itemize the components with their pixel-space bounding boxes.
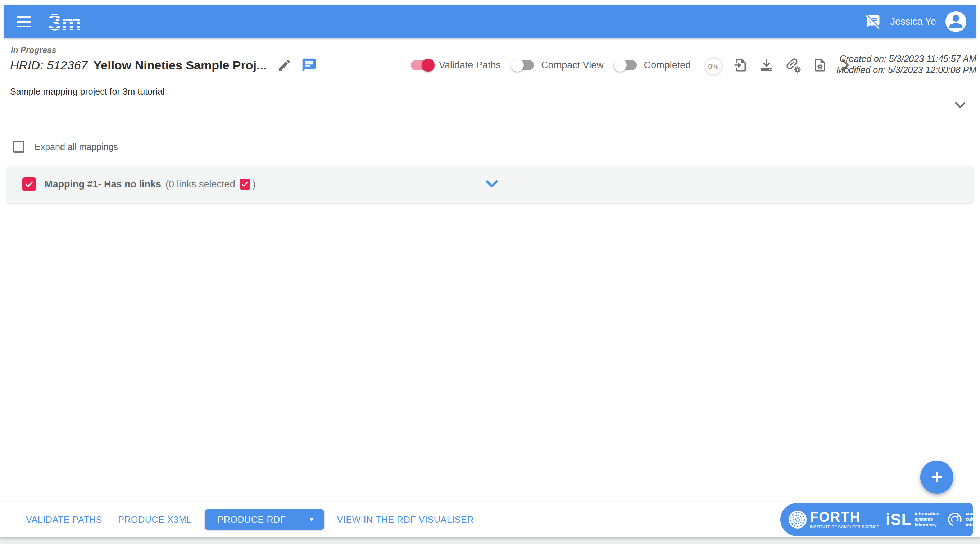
bottom-action-bar: VALIDATE PATHS PRODUCE X3ML PRODUCE RDF …	[0, 502, 980, 537]
project-dates: Created on: 5/3/2023 11:45:57 AM Modifie…	[837, 53, 977, 76]
progress-value: 0%	[708, 63, 719, 71]
project-actions	[733, 56, 852, 75]
expand-all-row: Expand all mappings	[13, 141, 118, 153]
menu-icon[interactable]	[17, 16, 31, 27]
file-settings-icon[interactable]	[812, 57, 827, 73]
modified-on: Modified on: 5/3/2023 12:00:08 PM	[837, 64, 977, 76]
mapping-expand-chevron-down-icon[interactable]	[484, 176, 500, 192]
completed-label: Completed	[644, 60, 691, 71]
produce-rdf-split-button: PRODUCE RDF ▼	[205, 509, 324, 530]
mapping-links-suffix: )	[253, 179, 256, 190]
isl-label: information systems laboratory	[915, 511, 940, 528]
validate-paths-label: Validate Paths	[439, 60, 501, 71]
produce-rdf-dropdown-icon[interactable]: ▼	[299, 509, 324, 530]
topbar-right: Jessica Ye	[865, 5, 966, 38]
cci-logo	[947, 511, 963, 528]
project-hrid: HRID: 512367	[10, 58, 88, 72]
compact-view-label: Compact View	[541, 60, 604, 71]
forth-seal-logo	[788, 510, 807, 529]
produce-x3ml-button[interactable]: PRODUCE X3ML	[110, 509, 199, 530]
project-title-row: HRID: 512367 Yellow Nineties Sample Proj…	[10, 56, 326, 75]
toggle-validate-paths: Validate Paths	[410, 59, 501, 72]
forth-name: FORTH	[810, 510, 879, 524]
bottom-strip	[0, 536, 980, 544]
mapping-checkbox[interactable]	[22, 177, 36, 191]
toggle-bar: Validate Paths Compact View Completed	[410, 56, 702, 75]
link-settings-icon[interactable]	[785, 57, 802, 73]
add-mapping-fab[interactable]: +	[920, 461, 953, 494]
app-logo: 3m	[48, 10, 105, 35]
mapping-title: Mapping #1- Has no links	[45, 179, 161, 190]
completed-switch[interactable]	[615, 59, 638, 72]
validate-paths-switch[interactable]	[410, 59, 433, 72]
validate-paths-button[interactable]: VALIDATE PATHS	[18, 509, 110, 530]
project-title: Yellow Nineties Sample Proj...	[93, 58, 267, 72]
download-icon[interactable]	[759, 57, 774, 73]
project-description: Sample mapping project for 3m tutorial	[10, 86, 164, 97]
edit-icon[interactable]	[277, 58, 292, 72]
app-page: 3m Jessica Ye In Progress HRID: 512367 Y…	[0, 0, 980, 544]
mapping-links-text: (0 links selected	[165, 179, 235, 190]
project-status: In Progress	[11, 45, 56, 55]
avatar[interactable]	[945, 11, 966, 32]
expand-all-label: Expand all mappings	[35, 142, 118, 152]
cci-label: center of cultural informatics	[966, 511, 980, 528]
isl-logo: iSL	[886, 511, 911, 528]
compact-view-switch[interactable]	[512, 59, 535, 72]
branding-pill: FORTH INSTITUTE OF COMPUTER SCIENCE iSL …	[780, 503, 973, 536]
toggle-completed: Completed	[615, 59, 691, 72]
logo-text: 3m	[48, 10, 82, 35]
expand-all-checkbox[interactable]	[13, 141, 24, 153]
progress-badge: 0%	[704, 57, 723, 76]
speaker-notes-off-icon[interactable]	[865, 14, 881, 29]
toggle-compact-view: Compact View	[512, 59, 604, 72]
collapse-header-chevron-down-icon[interactable]	[953, 97, 968, 112]
forth-logo: FORTH INSTITUTE OF COMPUTER SCIENCE	[810, 510, 879, 529]
import-file-icon[interactable]	[733, 57, 748, 73]
produce-rdf-button[interactable]: PRODUCE RDF	[205, 509, 299, 530]
forth-subtitle: INSTITUTE OF COMPUTER SCIENCE	[810, 525, 879, 529]
mapping-row[interactable]: Mapping #1- Has no links (0 links select…	[6, 165, 974, 203]
mapping-links-checkbox[interactable]	[240, 179, 250, 189]
created-on: Created on: 5/3/2023 11:45:57 AM	[837, 53, 977, 64]
user-name: Jessica Ye	[890, 16, 936, 27]
top-app-bar: 3m Jessica Ye	[4, 5, 976, 38]
view-rdf-visualiser-button[interactable]: VIEW IN THE RDF VISUALISER	[329, 509, 482, 530]
plus-icon: +	[931, 466, 943, 488]
comments-icon[interactable]	[301, 57, 317, 73]
